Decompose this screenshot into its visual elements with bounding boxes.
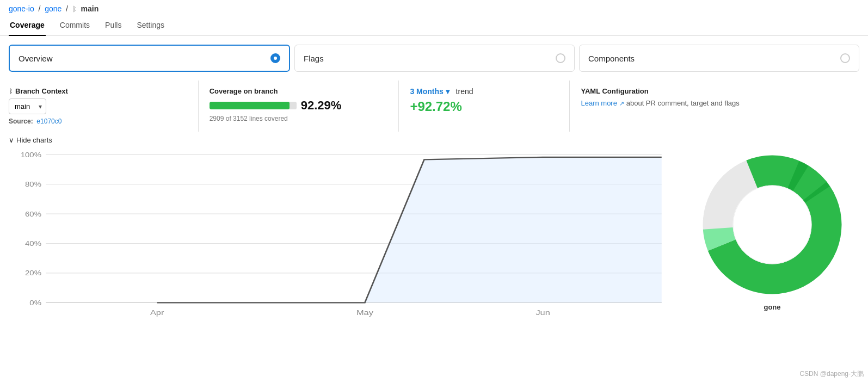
svg-text:Apr: Apr [150, 308, 164, 316]
breadcrumb-branch-icon: ᛔ [72, 5, 77, 13]
svg-text:60%: 60% [25, 211, 41, 218]
filter-overview[interactable]: Overview [9, 45, 290, 72]
source-label: Source: [9, 118, 33, 125]
coverage-bar [210, 102, 297, 109]
tab-pulls[interactable]: Pulls [104, 15, 122, 36]
filter-row: Overview Flags Components [0, 36, 868, 72]
svg-text:May: May [356, 308, 373, 316]
svg-point-22 [737, 189, 808, 260]
trend-period-label[interactable]: 3 Months ▾ [410, 87, 449, 96]
breadcrumb: gone-io / gone / ᛔ main [0, 0, 868, 15]
filter-overview-label: Overview [19, 54, 53, 63]
filter-components-radio [840, 53, 850, 63]
yaml-block: YAML Configuration Learn more ↗ about PR… [570, 81, 859, 132]
trend-block: 3 Months ▾ trend +92.72% [399, 81, 570, 132]
svg-text:20%: 20% [25, 270, 41, 277]
svg-marker-13 [157, 157, 662, 302]
hide-charts-label: Hide charts [16, 136, 52, 144]
filter-components-label: Components [588, 54, 635, 63]
trend-period: 3 Months ▾ trend [410, 87, 558, 96]
line-chart-container: 100% 80% 60% 40% 20% 0% Apr May Jun [9, 149, 676, 333]
coverage-percentage: 92.29% [301, 98, 342, 113]
tab-coverage[interactable]: Coverage [9, 15, 46, 36]
stats-row: ᛔ Branch Context main Source: e1070c0 Co… [0, 72, 868, 136]
svg-text:40%: 40% [25, 240, 41, 248]
line-chart-svg: 100% 80% 60% 40% 20% 0% Apr May Jun [9, 149, 676, 333]
branch-context-icon: ᛔ [9, 88, 13, 95]
trend-word: trend [456, 87, 473, 96]
svg-text:80%: 80% [25, 181, 41, 188]
breadcrumb-current: main [81, 4, 99, 13]
commit-link[interactable]: e1070c0 [36, 118, 61, 125]
coverage-title: Coverage on branch [210, 87, 278, 95]
filter-components[interactable]: Components [579, 45, 859, 72]
yaml-external-icon: ↗ [619, 100, 624, 107]
trend-value: +92.72% [410, 99, 558, 114]
trend-chevron-icon: ▾ [446, 87, 450, 96]
hide-charts-chevron: ∨ [9, 136, 14, 144]
hide-charts-button[interactable]: ∨ Hide charts [0, 136, 868, 149]
yaml-learn-more[interactable]: Learn more [581, 99, 617, 107]
source-text: Source: e1070c0 [9, 118, 187, 125]
coverage-bar-fill [210, 102, 290, 109]
filter-flags-label: Flags [304, 54, 324, 63]
branch-context-title: Branch Context [15, 87, 68, 95]
coverage-sub: 2909 of 3152 lines covered [210, 115, 388, 122]
breadcrumb-org[interactable]: gone-io [9, 4, 34, 13]
tab-commits[interactable]: Commits [59, 15, 91, 36]
branch-context-block: ᛔ Branch Context main Source: e1070c0 [9, 81, 199, 132]
svg-text:Jun: Jun [535, 308, 550, 316]
tabs-bar: Coverage Commits Pulls Settings [0, 15, 868, 36]
svg-text:100%: 100% [21, 151, 41, 159]
breadcrumb-repo[interactable]: gone [45, 4, 61, 13]
donut-chart-svg [696, 149, 848, 301]
branch-select[interactable]: main [9, 98, 46, 114]
yaml-title: YAML Configuration [581, 87, 648, 95]
tab-settings[interactable]: Settings [136, 15, 165, 36]
charts-area: 100% 80% 60% 40% 20% 0% Apr May Jun [0, 149, 868, 333]
filter-flags-radio [556, 53, 565, 63]
svg-text:0%: 0% [29, 299, 41, 307]
donut-chart-container: gone [685, 149, 859, 333]
yaml-description-text: about PR comment, target and flags [626, 99, 740, 107]
coverage-block: Coverage on branch 92.29% 2909 of 3152 l… [199, 81, 399, 132]
filter-overview-radio [270, 53, 280, 63]
donut-label: gone [764, 303, 780, 311]
filter-flags[interactable]: Flags [294, 45, 575, 72]
